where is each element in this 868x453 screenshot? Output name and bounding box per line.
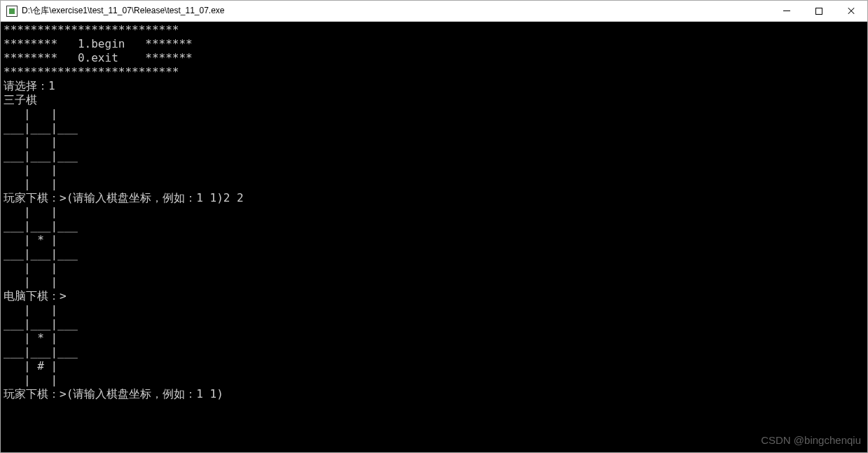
minimize-icon <box>783 11 790 11</box>
window-controls <box>771 1 867 21</box>
maximize-icon <box>815 8 822 15</box>
console-window: D:\仓库\exercise1\test_11_07\Release\test_… <box>0 0 868 453</box>
console-output[interactable]: ************************** ******** 1.be… <box>1 22 867 452</box>
close-button[interactable] <box>835 1 867 21</box>
window-title: D:\仓库\exercise1\test_11_07\Release\test_… <box>22 5 771 17</box>
minimize-button[interactable] <box>771 1 803 21</box>
app-icon <box>6 6 18 17</box>
maximize-button[interactable] <box>803 1 835 21</box>
titlebar[interactable]: D:\仓库\exercise1\test_11_07\Release\test_… <box>1 1 867 22</box>
close-icon <box>847 7 855 15</box>
